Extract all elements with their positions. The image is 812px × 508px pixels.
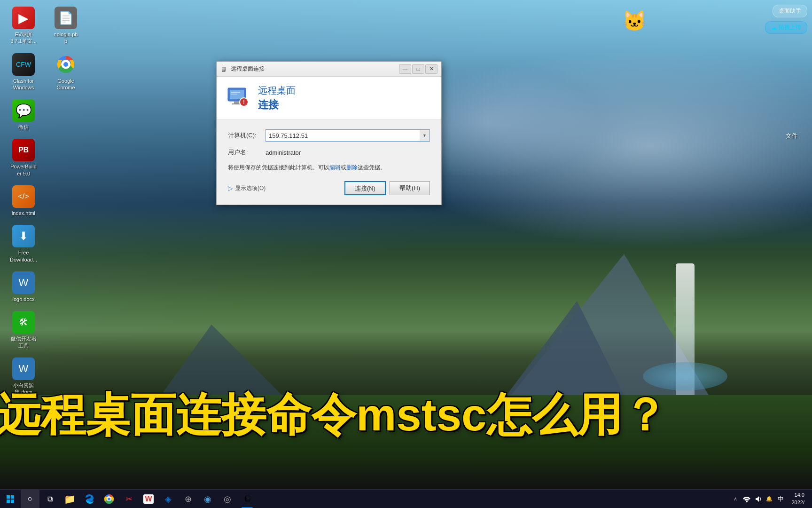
dialog-title-text: 远程桌面连接 <box>231 65 265 73</box>
computer-input[interactable] <box>265 129 430 142</box>
tray-sound-icon[interactable] <box>753 494 763 504</box>
tray-notification-icon[interactable]: 🔔 <box>765 494 774 504</box>
desktop-icon-wechat[interactable]: 💬 微信 <box>5 97 42 132</box>
username-value: administrator <box>265 149 301 156</box>
overlay-text: 远程桌面连接命令mstsc怎么用？ <box>0 392 812 437</box>
computer-input-wrapper: ▼ <box>265 129 430 142</box>
tray-network-icon[interactable] <box>742 494 751 504</box>
upload-icon: ☁ <box>771 24 777 31</box>
tray-expand-icon[interactable]: ∧ <box>731 494 740 504</box>
taskbar-app11-button[interactable]: ◎ <box>218 490 237 508</box>
form-note: 将使用保存的凭据连接到此计算机。可以编辑或删除这些凭据。 <box>228 163 430 172</box>
taskbar-rdp-button[interactable]: 🖥 <box>238 490 257 508</box>
help-button[interactable]: 帮助(H) <box>390 181 430 195</box>
desktop-icon-ev-recorder[interactable]: ▶ EV录屏3.7.1单文... <box>5 5 42 47</box>
ev-recorder-icon: ▶ <box>12 7 35 29</box>
options-expand-icon: ▷ <box>228 184 233 192</box>
nologin-icon: 📄 <box>55 7 77 29</box>
time-display: 14:0 <box>791 492 804 499</box>
taskbar-taskview-button[interactable]: ⧉ <box>40 490 59 508</box>
desktop-icon-chrome[interactable]: GoogleChrome <box>47 51 85 93</box>
options-label[interactable]: 显示选项(O) <box>235 184 265 192</box>
form-options: ▷ 显示选项(O) <box>228 184 341 192</box>
svg-rect-14 <box>7 500 10 503</box>
desktop-icon-freedownload[interactable]: ⬇ FreeDownload... <box>5 223 42 265</box>
taskbar: ○ ⧉ 📁 <box>0 489 812 508</box>
top-right-area: 桌面助手 ☁ 拓拽上传 <box>765 5 807 34</box>
taskbar-time: 14:0 2022/ <box>788 492 808 506</box>
taskbar-fileexplorer-button[interactable]: 📁 <box>60 490 79 508</box>
dialog-maximize-button[interactable]: □ <box>412 64 424 74</box>
desktop-icon-nologin[interactable]: 📄 nologin.php <box>47 5 85 47</box>
dialog-minimize-button[interactable]: — <box>399 64 411 74</box>
computer-dropdown-button[interactable]: ▼ <box>420 129 430 142</box>
edit-credentials-link[interactable]: 编辑 <box>329 164 341 171</box>
dialog-header-text: 远程桌面 连接 <box>258 84 296 112</box>
svg-rect-15 <box>11 500 14 503</box>
chrome-label: GoogleChrome <box>56 78 75 91</box>
taskbar-search-button[interactable]: ○ <box>21 490 39 508</box>
form-bottom: ▷ 显示选项(O) 连接(N) 帮助(H) <box>228 181 430 195</box>
pb-label: PowerBuilder 9.0 <box>10 163 37 177</box>
dialog-title-icon: 🖥 <box>220 65 228 73</box>
taskbar-tray: ∧ 🔔 中 14:0 2022/ <box>731 492 812 506</box>
delete-credentials-link[interactable]: 删除 <box>346 164 358 171</box>
taskbar-app10-button[interactable]: ◉ <box>198 490 217 508</box>
clash-label: Clash forWindows <box>13 78 34 91</box>
clash-icon: CFW <box>12 53 35 76</box>
desktop-assistant-button[interactable]: 桌面助手 <box>773 5 807 17</box>
svg-rect-6 <box>231 92 240 93</box>
computer-field-row: 计算机(C): ▼ <box>228 129 430 142</box>
dialog-header-line2: 连接 <box>258 98 296 112</box>
rdp-logo-icon: ! <box>226 86 250 111</box>
computer-label: 计算机(C): <box>228 131 265 140</box>
rdp-dialog: 🖥 远程桌面连接 — □ ✕ ! <box>216 61 442 205</box>
svg-text:!: ! <box>243 100 244 105</box>
dialog-title-left: 🖥 远程桌面连接 <box>220 65 265 73</box>
wechatdev-label: 微信开发者工具 <box>11 335 37 349</box>
pb-icon: PB <box>12 139 35 161</box>
taskbar-edge2-button[interactable]: ◈ <box>159 490 178 508</box>
water-pool <box>643 362 727 390</box>
svg-point-3 <box>63 62 68 67</box>
xiaobai-icon: W <box>12 357 35 380</box>
dialog-controls: — □ ✕ <box>399 64 437 74</box>
dialog-header: ! 远程桌面 连接 <box>217 77 441 120</box>
upload-label: 拓拽上传 <box>779 24 801 32</box>
desktop-icon-clash[interactable]: CFW Clash forWindows <box>5 51 42 93</box>
freedl-label: FreeDownload... <box>10 249 37 263</box>
taskbar-icons: ○ ⧉ 📁 <box>21 490 731 508</box>
tray-language[interactable]: 中 <box>776 495 786 503</box>
svg-rect-13 <box>11 495 14 499</box>
taskbar-edge-button[interactable] <box>80 490 99 508</box>
freedl-icon: ⬇ <box>12 225 35 247</box>
dialog-close-button[interactable]: ✕ <box>425 64 437 74</box>
chrome-icon <box>55 53 77 76</box>
file-label: 文件 <box>786 132 798 140</box>
desktop-icon-wechat-dev[interactable]: 🛠 微信开发者工具 <box>5 309 42 351</box>
logo-icon: W <box>12 271 35 294</box>
connect-button[interactable]: 连接(N) <box>344 181 386 195</box>
taskbar-chrome-button[interactable] <box>100 490 118 508</box>
username-field-row: 用户名: administrator <box>228 148 430 157</box>
ev-recorder-label: EV录屏3.7.1单文... <box>10 31 37 45</box>
html-icon: </> <box>12 185 35 208</box>
dialog-titlebar: 🖥 远程桌面连接 — □ ✕ <box>217 62 441 77</box>
upload-button[interactable]: ☁ 拓拽上传 <box>765 21 807 34</box>
svg-point-19 <box>108 498 110 500</box>
wechat-icon: 💬 <box>12 99 35 122</box>
desktop-icon-logo-docx[interactable]: W logo.docx <box>5 270 42 304</box>
desktop-icon-index-html[interactable]: </> index.html <box>5 183 42 218</box>
svg-rect-12 <box>7 495 10 499</box>
svg-rect-8 <box>234 101 239 103</box>
desktop-icon-powerbuilder[interactable]: PB PowerBuilder 9.0 <box>5 137 42 179</box>
taskbar-clover-button[interactable]: ✂ <box>119 490 138 508</box>
dialog-header-line1: 远程桌面 <box>258 84 296 97</box>
dialog-body: 计算机(C): ▼ 用户名: administrator 将使用保存的凭据连接到… <box>217 120 441 205</box>
svg-rect-7 <box>231 94 237 95</box>
taskbar-app9-button[interactable]: ⊕ <box>179 490 197 508</box>
taskbar-start-button[interactable] <box>0 490 21 508</box>
username-label: 用户名: <box>228 148 265 157</box>
cat-icon[interactable]: 🐱 <box>622 9 650 38</box>
taskbar-wps-button[interactable]: W <box>139 490 158 508</box>
